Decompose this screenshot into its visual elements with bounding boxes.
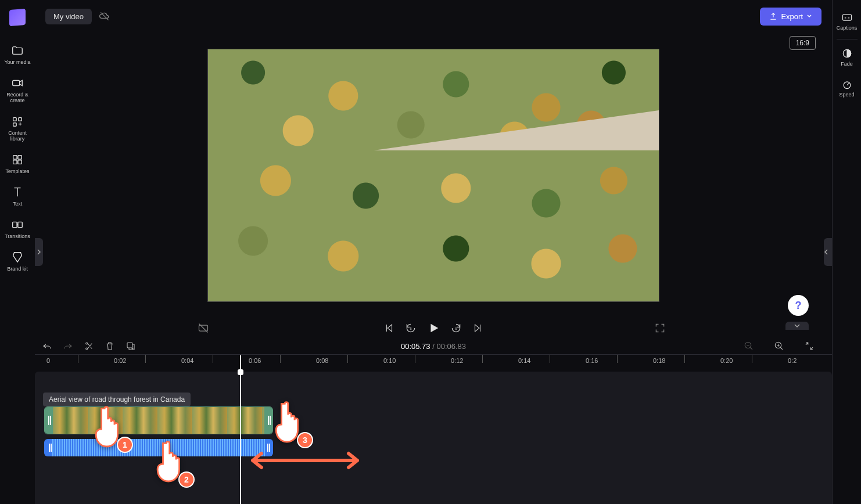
svg-rect-6: [13, 160, 17, 164]
brandkit-icon: [11, 251, 24, 264]
svg-rect-16: [127, 343, 132, 348]
tick-label: 0:18: [653, 357, 665, 364]
nav-text[interactable]: Text: [0, 180, 35, 213]
tick-label: 0: [46, 357, 50, 364]
forward-5-button[interactable]: 5: [450, 322, 462, 334]
export-button[interactable]: Export: [760, 8, 821, 26]
tick-label: 0:2: [788, 357, 797, 364]
speed-icon: [841, 78, 853, 90]
tick: [752, 355, 752, 363]
preview-content: [208, 150, 659, 301]
audio-clip[interactable]: [44, 439, 273, 456]
playhead-handle[interactable]: [238, 369, 243, 375]
nav-brand-kit[interactable]: Brand kit: [0, 245, 35, 278]
tick-label: 0:12: [451, 357, 463, 364]
clip-handle-right[interactable]: [264, 407, 272, 434]
time-separator: /: [430, 342, 437, 351]
zoom-in-button[interactable]: [774, 341, 784, 351]
tick-label: 0:06: [249, 357, 261, 364]
top-bar: My video Export: [35, 0, 832, 33]
tick: [213, 355, 213, 363]
svg-rect-1: [13, 118, 17, 121]
tick-label: 0:08: [316, 357, 328, 364]
timeline-ruler[interactable]: 0 0:02 0:04 0:06 0:08 0:10 0:12 0:14 0:1…: [35, 354, 832, 372]
tick: [347, 355, 348, 363]
nav-record-create[interactable]: Record & create: [0, 71, 35, 109]
nav-your-media[interactable]: Your media: [0, 38, 35, 71]
right-label: Speed: [839, 92, 854, 98]
nav-label: Transitions: [5, 233, 30, 239]
project-name[interactable]: My video: [45, 9, 92, 24]
timeline-tracks[interactable]: Aerial view of road through forest in Ca…: [35, 372, 832, 504]
tick-label: 0:02: [114, 357, 126, 364]
right-fade[interactable]: Fade: [833, 42, 861, 73]
folder-icon: [11, 44, 24, 57]
upload-icon: [769, 12, 777, 20]
collapse-preview-tab[interactable]: [785, 322, 809, 330]
audio-waveform: [52, 439, 265, 456]
nav-label: Content library: [1, 130, 34, 142]
help-button[interactable]: ?: [788, 295, 809, 316]
nav-transitions[interactable]: Transitions: [0, 213, 35, 245]
rewind-5-button[interactable]: 5: [405, 322, 417, 334]
nav-label: Brand kit: [7, 266, 28, 272]
tick: [415, 355, 415, 363]
fullscreen-button[interactable]: [654, 322, 666, 334]
clip-handle-left[interactable]: [45, 407, 53, 434]
tick-label: 0:20: [720, 357, 733, 364]
video-clip[interactable]: [44, 406, 273, 434]
skip-back-button[interactable]: [384, 323, 394, 333]
tick-label: 0:16: [586, 357, 598, 364]
tick: [78, 355, 78, 363]
total-time: 00:06.83: [436, 342, 466, 351]
svg-rect-3: [13, 123, 17, 127]
playback-controls: 5 5: [35, 318, 832, 338]
nav-content-library[interactable]: Content library: [0, 109, 35, 147]
text-icon: [11, 186, 24, 199]
aspect-ratio-button[interactable]: 16:9: [790, 36, 816, 50]
redo-button: [63, 341, 73, 351]
time-display: 00:05.73 / 00:06.83: [401, 342, 466, 351]
split-button[interactable]: [84, 341, 94, 351]
captions-icon: [841, 12, 853, 23]
clip-thumbnail: [53, 407, 264, 434]
left-sidebar: Your media Record & create Content libra…: [0, 0, 35, 504]
nav-templates[interactable]: Templates: [0, 147, 35, 180]
preview-area: [35, 33, 832, 318]
tick-label: 0:04: [181, 357, 193, 364]
fit-timeline-button[interactable]: [804, 341, 815, 351]
divider: [837, 39, 858, 39]
tick-label: 0:14: [518, 357, 530, 364]
audio-handle-right[interactable]: [265, 439, 271, 456]
right-captions[interactable]: Captions: [833, 6, 861, 37]
svg-rect-4: [13, 156, 17, 159]
tick: [617, 355, 618, 363]
svg-text:5: 5: [455, 327, 457, 330]
skip-forward-button[interactable]: [472, 323, 483, 333]
undo-button[interactable]: [42, 341, 52, 351]
tick: [550, 355, 550, 363]
zoom-out-button[interactable]: [744, 341, 754, 351]
delete-button[interactable]: [105, 341, 115, 351]
right-sidebar: Captions Fade Speed: [832, 0, 861, 504]
svg-text:5: 5: [410, 327, 411, 330]
safe-zone-icon[interactable]: [198, 322, 209, 334]
chevron-down-icon: [806, 13, 812, 19]
nav-label: Templates: [5, 168, 29, 174]
cloud-sync-icon[interactable]: [99, 10, 110, 22]
right-speed[interactable]: Speed: [833, 73, 861, 103]
export-label: Export: [781, 12, 803, 21]
tick: [482, 355, 483, 363]
transitions-icon: [11, 218, 24, 231]
audio-handle-left[interactable]: [46, 439, 52, 456]
chevron-down-icon: [794, 323, 801, 328]
app-logo[interactable]: [9, 9, 26, 26]
tick: [280, 355, 281, 363]
play-button[interactable]: [427, 322, 440, 334]
svg-rect-2: [19, 118, 22, 121]
duplicate-button[interactable]: [125, 341, 136, 351]
templates-icon: [11, 153, 24, 166]
nav-label: Text: [13, 201, 23, 207]
preview-canvas[interactable]: [207, 49, 659, 302]
tick: [684, 355, 685, 363]
